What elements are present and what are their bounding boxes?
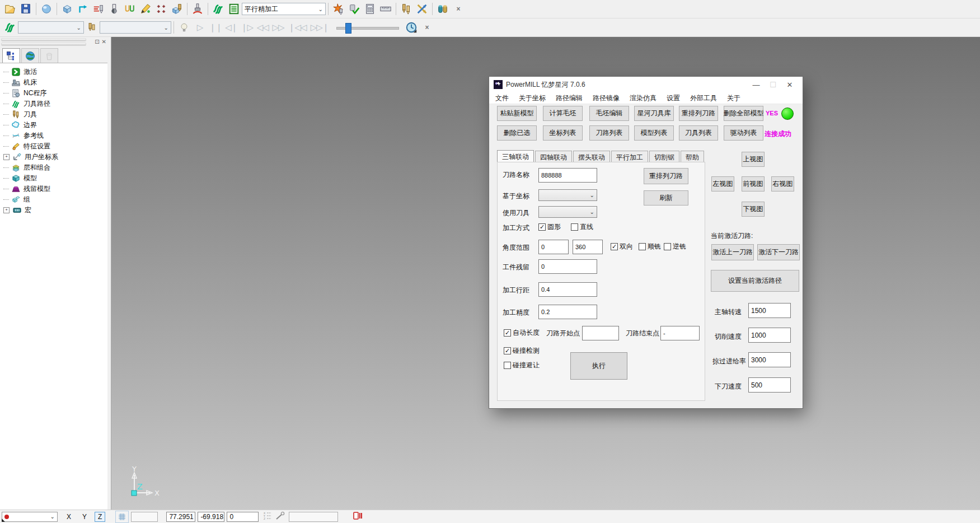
tree-item-models[interactable]: 模型 — [0, 173, 107, 184]
speed-slider[interactable] — [336, 22, 398, 33]
tool-select[interactable]: ⌄ — [538, 206, 597, 218]
plunge-input[interactable]: 500 — [748, 377, 791, 393]
menu-path-mirror[interactable]: 路径镜像 — [588, 94, 625, 103]
close-toolbar-icon[interactable]: × — [419, 20, 435, 35]
view-left-button[interactable]: 左视图 — [711, 176, 734, 192]
stock-input[interactable]: 0 — [538, 259, 597, 274]
leads-and-links-icon[interactable] — [122, 2, 138, 16]
tool-block-icon[interactable] — [169, 2, 185, 16]
strategy-list-icon[interactable] — [226, 2, 242, 16]
dialog-titlebar[interactable]: PowerMILL 忆梦星河 7.0.6 — ☐ ✕ — [489, 77, 803, 92]
play-icon[interactable]: ▷ — [192, 20, 208, 35]
search-back-icon[interactable]: ◁◁ — [255, 20, 270, 35]
tree-item-patterns[interactable]: 参考线 — [0, 130, 107, 141]
clipboard-buffer-icon[interactable] — [353, 511, 363, 522]
conventional-checkbox[interactable]: 逆铣 — [664, 242, 686, 251]
expand-icon[interactable]: + — [3, 207, 10, 213]
powermill-logo-icon[interactable] — [210, 2, 226, 16]
delete-selected-button[interactable]: 删除已选 — [497, 125, 537, 141]
menu-file[interactable]: 文件 — [490, 94, 514, 103]
view-top-button[interactable]: 上视图 — [742, 152, 765, 167]
skim-input[interactable]: 3000 — [748, 352, 791, 367]
tree-item-workplanes[interactable]: + 用户坐标系 — [0, 152, 107, 162]
checkbox[interactable] — [664, 243, 671, 250]
collision-avoid-checkbox[interactable]: 碰撞避让 — [504, 361, 540, 370]
tree-item-groups[interactable]: 组 — [0, 194, 107, 205]
rearrange-toolpaths-button[interactable]: 重排列刀路 — [679, 106, 718, 121]
tree-item-boundaries[interactable]: 边界 — [0, 120, 107, 130]
menu-render-sim[interactable]: 渲染仿真 — [625, 94, 662, 103]
rearrange-button[interactable]: 重排列刀路 — [644, 168, 688, 184]
delete-all-models-button[interactable]: 删除全部模型 — [724, 106, 763, 121]
stock-edit-button[interactable]: 毛坯编辑 — [589, 106, 629, 121]
edit-pattern-icon[interactable] — [138, 2, 153, 16]
tool-holder-icon[interactable] — [190, 2, 205, 16]
step-back-icon[interactable]: ◁❘ — [223, 20, 239, 35]
pane-window-icon[interactable]: ⊡ — [95, 39, 99, 45]
checkbox[interactable] — [504, 347, 511, 354]
go-end-icon[interactable]: ▷▷❘ — [308, 20, 331, 35]
shaded-view-icon[interactable] — [39, 2, 54, 16]
drive-list-button[interactable]: 驱动列表 — [724, 125, 763, 141]
tree-item-toolpaths[interactable]: 刀具路径 — [0, 99, 107, 109]
coord-z-value[interactable]: 0 — [227, 512, 259, 522]
mode-circle-checkbox[interactable]: 圆形 — [538, 222, 561, 232]
tree-item-tools[interactable]: 刀具 — [0, 109, 107, 120]
cut-cross-icon[interactable] — [414, 2, 430, 16]
toolpath-list-button[interactable]: 刀路列表 — [589, 125, 629, 141]
tool-pair-icon[interactable] — [398, 2, 414, 16]
calculator-icon[interactable] — [362, 2, 378, 16]
close-toolbar-icon[interactable]: × — [451, 2, 466, 16]
view-bottom-button[interactable]: 下视图 — [742, 202, 765, 217]
checkbox[interactable] — [504, 362, 511, 369]
checkbox[interactable] — [538, 223, 546, 231]
set-active-path-button[interactable]: 设置当前激活路径 — [711, 270, 799, 292]
toolbar-grip[interactable] — [1, 38, 86, 41]
auto-length-checkbox[interactable]: 自动长度 — [504, 328, 540, 338]
toolpath-name-input[interactable]: 888888 — [538, 168, 597, 183]
calc-stock-button[interactable]: 计算毛坯 — [543, 106, 583, 121]
activate-next-button[interactable]: 激活下一刀路 — [757, 244, 800, 260]
checkbox[interactable] — [504, 329, 511, 337]
sim-toolpath-select[interactable]: ⌄ — [18, 21, 84, 34]
slider-handle[interactable] — [345, 23, 351, 34]
menu-settings[interactable]: 设置 — [662, 94, 685, 103]
mode-line-checkbox[interactable]: 直线 — [571, 222, 593, 232]
collision-check-checkbox[interactable]: 碰撞检测 — [504, 346, 540, 356]
tab-explorer-tree[interactable] — [2, 48, 20, 64]
grid-snap-button[interactable] — [115, 511, 129, 523]
stepover-input[interactable]: 0.4 — [538, 282, 597, 297]
open-file-icon[interactable] — [2, 2, 18, 16]
execute-button[interactable]: 执行 — [570, 352, 627, 380]
refresh-button[interactable]: 刷新 — [644, 190, 688, 206]
axis-y-button[interactable]: Y — [80, 513, 89, 521]
sim-tool-select[interactable]: ⌄ — [100, 21, 171, 34]
verify-toolpath-icon[interactable] — [346, 2, 362, 16]
tab-world[interactable] — [21, 48, 39, 64]
probe-pointer-icon[interactable] — [275, 511, 285, 522]
checkbox[interactable] — [571, 223, 578, 231]
axis-z-button[interactable]: Z — [95, 512, 105, 522]
expand-icon[interactable]: + — [3, 154, 10, 160]
strategy-select[interactable]: 平行精加工 ⌄ — [242, 3, 326, 15]
menu-path-edit[interactable]: 路径编辑 — [551, 94, 588, 103]
coord-select[interactable]: ⌄ — [538, 189, 597, 201]
checkbox[interactable] — [639, 243, 646, 250]
step-forward-icon[interactable]: ❘▷ — [239, 20, 255, 35]
star-burst-tool-icon[interactable] — [331, 2, 346, 16]
menu-coords[interactable]: 关于坐标 — [514, 94, 551, 103]
tree-item-levels-sets[interactable]: 层和组合 — [0, 162, 107, 173]
activate-prev-button[interactable]: 激活上一刀路 — [711, 244, 754, 260]
coord-x-value[interactable]: 77.2951 — [166, 512, 195, 522]
spindle-input[interactable]: 1500 — [748, 303, 791, 318]
compare-models-icon[interactable] — [435, 2, 451, 16]
xyz-list-icon[interactable]: XYZ — [263, 511, 272, 522]
clock-icon[interactable] — [404, 20, 419, 35]
pause-icon[interactable]: ❘❘ — [208, 20, 223, 35]
grid-size-input[interactable] — [131, 512, 158, 522]
tool-list-button[interactable]: 刀具列表 — [679, 125, 718, 141]
bidirectional-checkbox[interactable]: 双向 — [611, 242, 633, 251]
marker-select[interactable]: ⌄ — [2, 512, 58, 522]
tree-item-machine[interactable]: 机床 — [0, 77, 107, 88]
view-front-button[interactable]: 前视图 — [742, 176, 765, 192]
